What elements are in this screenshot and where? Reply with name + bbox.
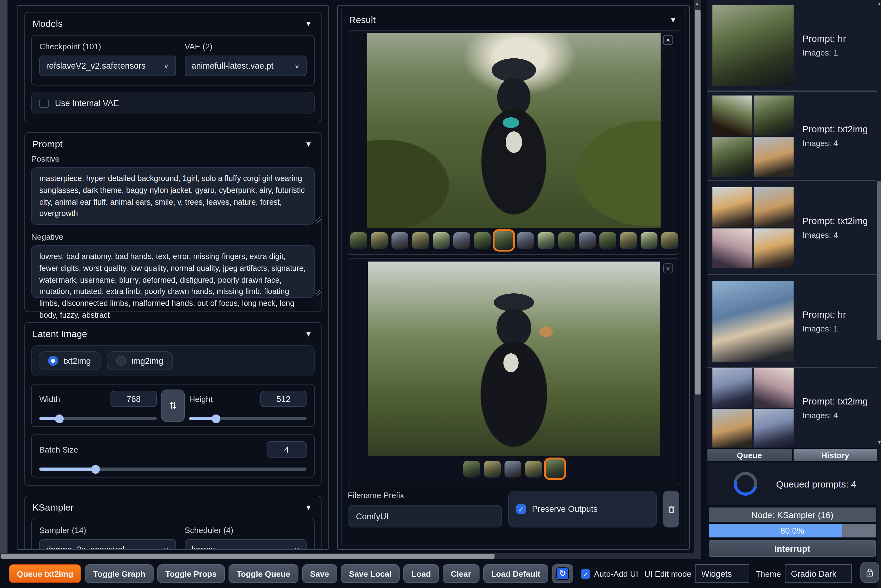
theme-select[interactable]: Gradio Dark <box>785 564 852 583</box>
swap-dimensions-button[interactable]: ⇅ <box>161 389 185 422</box>
radio-selected-icon <box>48 356 58 366</box>
scroll-up-icon[interactable]: ▲ <box>877 1 881 6</box>
workspace-h-scrollbar[interactable] <box>0 553 701 559</box>
collapse-icon[interactable]: ▼ <box>305 329 312 338</box>
gallery-thumbnail[interactable] <box>599 232 616 249</box>
history-thumbnail-grid[interactable] <box>713 368 794 447</box>
img2img-radio[interactable]: img2img <box>107 351 173 370</box>
sampler-dropdown[interactable]: dpmpp_2s_ancestral ∨ <box>39 539 176 550</box>
resize-grip-icon[interactable] <box>315 290 321 296</box>
gallery-thumbnail[interactable] <box>483 460 500 477</box>
resize-grip-icon[interactable] <box>315 217 321 223</box>
negative-prompt-input[interactable]: lowres, bad anatomy, bad hands, text, er… <box>31 245 315 298</box>
batch-size-label: Batch Size <box>39 445 78 454</box>
txt2img-radio[interactable]: txt2img <box>39 351 100 370</box>
width-input[interactable]: 768 <box>111 391 157 407</box>
history-item[interactable]: Prompt: txt2img Images: 4 <box>707 181 877 274</box>
lock-ui-button[interactable] <box>860 562 879 583</box>
save-local-button[interactable]: Save Local <box>341 564 399 583</box>
batch-size-slider[interactable] <box>39 468 306 471</box>
scroll-up-icon[interactable]: ▲ <box>695 1 699 6</box>
load-button[interactable]: Load <box>403 564 439 583</box>
gallery-thumbnail[interactable] <box>371 232 388 249</box>
checkpoint-dropdown[interactable]: refslaveV2_v2.safetensors ∨ <box>39 56 176 76</box>
left-drawer-handle[interactable] <box>0 0 8 554</box>
ksampler-section: KSampler ▼ Sampler (14) dpmpp_2s_ancestr… <box>24 496 321 550</box>
gallery-thumbnail[interactable] <box>453 232 470 249</box>
gallery-thumbnail[interactable] <box>350 232 367 249</box>
history-thumbnail-grid[interactable] <box>713 95 794 176</box>
collapse-icon[interactable]: ▼ <box>669 15 677 24</box>
gallery-thumbnail[interactable] <box>474 232 491 249</box>
height-input[interactable]: 512 <box>260 391 306 407</box>
gallery-thumbnail[interactable] <box>517 232 534 249</box>
close-icon[interactable]: × <box>663 263 673 273</box>
workspace-scrollbar[interactable]: ▲ ▼ <box>694 0 701 559</box>
auto-add-ui-checkbox[interactable]: ✓ <box>581 569 590 578</box>
refresh-button[interactable]: ↻ <box>552 564 573 583</box>
widgets-select[interactable]: Widgets <box>695 564 750 583</box>
toggle-graph-button[interactable]: Toggle Graph <box>85 564 154 583</box>
height-slider[interactable] <box>189 417 306 420</box>
gallery-thumbnail[interactable] <box>392 232 408 249</box>
preserve-outputs-row[interactable]: ✓ Preserve Outputs <box>508 490 657 528</box>
collapse-icon[interactable]: ▼ <box>305 140 312 148</box>
gallery-thumbnail[interactable] <box>558 232 575 249</box>
gallery-thumbnail[interactable] <box>433 232 450 249</box>
gallery-thumbnail[interactable] <box>641 232 657 249</box>
gallery-thumbnail[interactable] <box>620 232 637 249</box>
history-thumbnail[interactable] <box>713 280 794 362</box>
width-slider[interactable] <box>39 417 157 420</box>
gallery-thumbnail-selected[interactable] <box>545 459 564 478</box>
interrupt-button[interactable]: Interrupt <box>709 540 876 557</box>
gallery-thumbnail[interactable] <box>579 232 596 249</box>
scrollbar-thumb[interactable] <box>1 554 495 559</box>
delete-outputs-button[interactable] <box>663 490 679 528</box>
gallery-thumbnail[interactable] <box>525 460 542 477</box>
scheduler-dropdown[interactable]: karras ∨ <box>185 539 306 550</box>
clear-button[interactable]: Clear <box>443 564 479 583</box>
gallery-thumbnail[interactable] <box>463 460 480 477</box>
preserve-outputs-checkbox[interactable]: ✓ <box>516 504 526 514</box>
history-item[interactable]: Prompt: txt2img Images: 4 <box>707 368 877 447</box>
queue-spinner-icon <box>729 468 762 500</box>
vae-dropdown[interactable]: animefull-latest.vae.pt ∨ <box>185 56 306 76</box>
gallery-thumbnail[interactable] <box>504 460 521 477</box>
use-internal-vae-row[interactable]: Use Internal VAE <box>31 92 315 114</box>
scrollbar-thumb[interactable] <box>877 181 881 340</box>
bottom-toolbar: Queue txt2img Toggle Graph Toggle Props … <box>0 559 881 588</box>
history-item[interactable]: Prompt: hr Images: 1 <box>707 275 877 367</box>
history-thumbnail[interactable] <box>713 4 794 86</box>
generated-image-large[interactable] <box>367 33 660 228</box>
scroll-down-icon[interactable]: ▼ <box>877 440 881 444</box>
generated-image-large[interactable] <box>368 261 660 456</box>
history-item[interactable]: Prompt: hr Images: 1 <box>707 0 877 90</box>
gallery-thumbnail[interactable] <box>412 232 429 249</box>
batch-size-input[interactable]: 4 <box>267 441 306 458</box>
load-default-button[interactable]: Load Default <box>483 564 548 583</box>
history-thumbnail-grid[interactable] <box>713 187 794 268</box>
collapse-icon[interactable]: ▼ <box>305 19 312 28</box>
use-internal-vae-checkbox[interactable] <box>39 98 49 108</box>
tab-queue[interactable]: Queue <box>707 449 791 461</box>
collapse-icon[interactable]: ▼ <box>305 503 312 512</box>
filename-prefix-input[interactable]: ComfyUI <box>348 505 502 528</box>
result-panel: Result ▼ × <box>337 5 690 550</box>
save-button[interactable]: Save <box>302 564 337 583</box>
chevron-down-icon: ∨ <box>164 546 169 550</box>
queue-history-sidebar: Prompt: hr Images: 1 Prompt: txt2img Ima… <box>707 0 877 588</box>
tab-history[interactable]: History <box>793 449 877 461</box>
gallery-thumbnail[interactable] <box>537 232 554 249</box>
positive-prompt-input[interactable]: masterpiece, hyper detailed background, … <box>31 167 315 225</box>
gallery-thumbnail[interactable] <box>661 232 678 249</box>
toggle-props-button[interactable]: Toggle Props <box>158 564 225 583</box>
sampler-value: dpmpp_2s_ancestral <box>46 545 125 550</box>
history-item[interactable]: Prompt: txt2img Images: 4 <box>707 92 877 180</box>
toggle-queue-button[interactable]: Toggle Queue <box>228 564 298 583</box>
queue-status-row: Queued prompts: 4 <box>707 462 877 505</box>
scrollbar-thumb[interactable] <box>695 10 701 394</box>
queue-txt2img-button[interactable]: Queue txt2img <box>9 564 81 583</box>
close-icon[interactable]: × <box>663 35 673 45</box>
sidebar-scrollbar[interactable]: ▲ ▼ <box>877 0 881 588</box>
gallery-thumbnail-selected[interactable] <box>495 231 513 250</box>
